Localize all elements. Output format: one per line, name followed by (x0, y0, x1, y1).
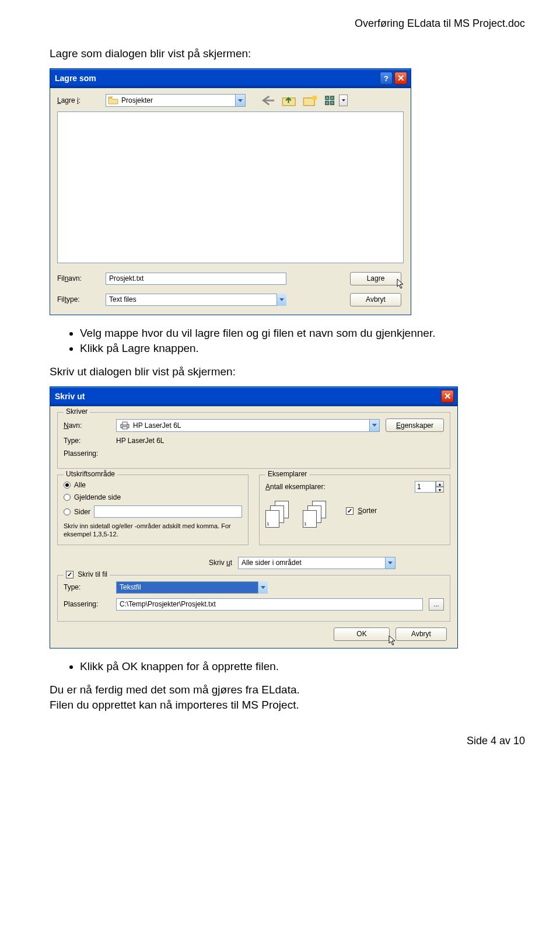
file-list[interactable] (57, 111, 404, 263)
back-icon[interactable] (261, 94, 276, 107)
folder-icon (108, 96, 118, 104)
print-to-file-group: Skriv til fil Type: Tekstfil Plassering:… (57, 575, 450, 622)
svg-rect-8 (123, 422, 127, 425)
svg-rect-9 (123, 427, 127, 429)
chevron-down-icon[interactable] (369, 420, 379, 431)
print-range-group: Utskriftsområde Alle Gjeldende side Side… (57, 475, 249, 545)
radio-pages[interactable] (64, 508, 71, 515)
chevron-down-icon[interactable] (235, 95, 245, 106)
tofile-type-combo[interactable]: Tekstfil (116, 581, 268, 594)
tofile-loc-input[interactable] (116, 598, 423, 611)
titlebar[interactable]: Lagre som ? ✕ (50, 69, 411, 88)
tofile-loc-label: Plassering: (64, 600, 110, 608)
up-folder-icon[interactable] (282, 94, 297, 107)
dialog-title: Lagre som (55, 74, 96, 83)
filetype-label: Filtype: (57, 295, 101, 304)
list-item: Klikk på Lagre knappen. (80, 342, 525, 355)
svg-point-2 (312, 95, 317, 100)
svg-rect-4 (331, 96, 334, 100)
ok-button[interactable]: OK (334, 627, 390, 641)
pages-input[interactable] (94, 505, 242, 518)
list-item: Velg mappe hvor du vil lagre filen og gi… (80, 327, 525, 340)
cancel-button[interactable]: Avbryt (396, 627, 447, 641)
titlebar[interactable]: Skriv ut ✕ (50, 387, 457, 406)
closing-line: Filen du opprettet kan nå importeres til… (50, 699, 525, 712)
radio-all[interactable] (64, 482, 71, 489)
properties-button[interactable]: Egenskaper (386, 419, 444, 432)
views-icon[interactable] (324, 94, 339, 107)
savein-label: Lagre i: (57, 96, 101, 104)
range-note: Skriv inn sidetall og/eller -områder ads… (64, 522, 242, 539)
spin-up[interactable]: ▲ (436, 481, 444, 487)
bullet-list: Velg mappe hvor du vil lagre filen og gi… (50, 327, 525, 355)
to-file-checkbox[interactable] (66, 571, 74, 578)
copies-group: Eksemplarer Antall eksemplarer: ▲▼ 3 2 (259, 475, 450, 545)
bullet-list: Klikk på OK knappen for å opprette filen… (50, 660, 525, 673)
save-button[interactable]: Lagre (350, 272, 401, 285)
close-button[interactable]: ✕ (394, 72, 407, 85)
filetype-combo[interactable] (106, 294, 286, 306)
printer-group: Skriver Navn: HP LaserJet 6L Egenskaper … (57, 412, 450, 469)
print-dialog: Skriv ut ✕ Skriver Navn: HP LaserJet 6L … (50, 386, 458, 648)
spin-down[interactable]: ▼ (436, 487, 444, 493)
cancel-button[interactable]: Avbryt (350, 293, 401, 306)
range-legend: Utskriftsområde (64, 470, 117, 478)
filename-input[interactable] (106, 273, 286, 285)
print-what-label: Skriv ut (57, 559, 232, 567)
close-button[interactable]: ✕ (441, 390, 454, 403)
copies-legend: Eksemplarer (265, 470, 309, 478)
intro-text: Lagre som dialogen blir vist på skjermen… (50, 47, 525, 60)
printer-icon (120, 421, 130, 430)
cursor-icon (388, 635, 398, 647)
savein-combo[interactable]: Prosjekter (106, 94, 246, 107)
svg-rect-6 (331, 101, 334, 104)
printer-type-label: Type: (64, 437, 110, 445)
browse-button[interactable]: ... (429, 598, 444, 611)
closing-line: Du er nå ferdig med det som må gjøres fr… (50, 684, 525, 696)
dialog-title: Skriv ut (55, 392, 85, 401)
printer-name-combo[interactable]: HP LaserJet 6L (116, 419, 380, 432)
collate-checkbox[interactable] (346, 507, 354, 515)
copies-spinner[interactable]: ▲▼ (415, 481, 444, 493)
tofile-type-label: Type: (64, 583, 110, 591)
savein-value: Prosjekter (121, 96, 153, 104)
copies-label: Antall eksemplarer: (265, 483, 409, 491)
save-as-dialog: Lagre som ? ✕ Lagre i: Prosjekter (50, 68, 411, 315)
cursor-icon (397, 278, 406, 290)
to-file-legend: Skriv til fil (64, 570, 110, 578)
chevron-down-icon[interactable] (276, 294, 286, 306)
collate-preview: 3 2 1 3 2 1 (265, 501, 327, 529)
printer-location-label: Plassering: (64, 449, 110, 458)
printer-name-label: Navn: (64, 421, 110, 430)
list-item: Klikk på OK knappen for å opprette filen… (80, 660, 525, 673)
collate-label: Sorter (358, 507, 377, 515)
doc-header: Overføring ELdata til MS Project.doc (50, 18, 525, 30)
chevron-down-icon[interactable] (385, 557, 395, 569)
printer-legend: Skriver (64, 407, 90, 416)
chevron-down-icon[interactable] (258, 581, 268, 594)
help-button[interactable]: ? (380, 72, 393, 85)
filename-label: Filnavn: (57, 274, 101, 283)
radio-current[interactable] (64, 494, 71, 501)
svg-rect-3 (326, 96, 329, 100)
print-what-combo[interactable]: Alle sider i området (238, 557, 396, 569)
printer-type-value: HP LaserJet 6L (116, 437, 164, 445)
new-folder-icon[interactable] (303, 94, 318, 107)
views-dropdown[interactable] (339, 95, 348, 106)
print-intro: Skriv ut dialogen blir vist på skjermen: (50, 365, 525, 378)
page-footer: Side 4 av 10 (50, 735, 525, 747)
svg-rect-5 (326, 101, 329, 104)
